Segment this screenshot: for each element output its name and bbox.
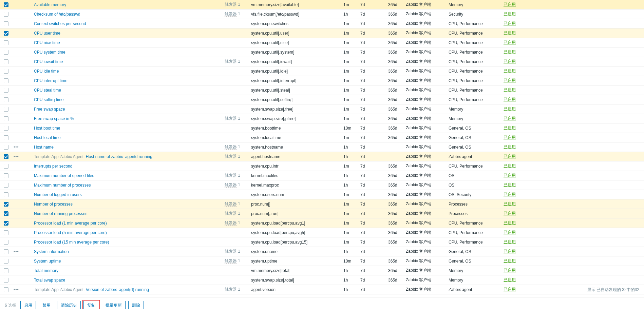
status-link[interactable]: 已启用 bbox=[504, 88, 516, 92]
item-name-link[interactable]: Free swap space in % bbox=[34, 116, 74, 121]
triggers-link[interactable]: 触发器 bbox=[225, 258, 237, 264]
item-name-link[interactable]: Maximum number of processes bbox=[34, 183, 91, 188]
row-checkbox[interactable] bbox=[4, 183, 8, 188]
status-link[interactable]: 已启用 bbox=[504, 287, 516, 292]
status-link[interactable]: 已启用 bbox=[504, 97, 516, 102]
row-checkbox[interactable] bbox=[4, 126, 8, 131]
status-link[interactable]: 已启用 bbox=[504, 59, 516, 64]
copy-button[interactable]: 复制 bbox=[83, 301, 99, 309]
status-link[interactable]: 已启用 bbox=[504, 50, 516, 54]
status-link[interactable]: 已启用 bbox=[504, 12, 516, 16]
item-name-link[interactable]: CPU system time bbox=[34, 50, 65, 55]
item-name-link[interactable]: Processor load (5 min average per core) bbox=[34, 230, 107, 235]
status-link[interactable]: 已启用 bbox=[504, 40, 516, 45]
row-checkbox[interactable] bbox=[4, 40, 8, 45]
disable-button[interactable]: 禁用 bbox=[39, 301, 54, 309]
item-name-link[interactable]: System uptime bbox=[34, 259, 61, 264]
wizard-icon[interactable]: ••• bbox=[14, 145, 19, 150]
row-checkbox[interactable] bbox=[4, 202, 8, 207]
enable-button[interactable]: 启用 bbox=[20, 301, 36, 309]
row-checkbox[interactable] bbox=[4, 173, 8, 178]
item-name-link[interactable]: Version of zabbix_agent(d) running bbox=[86, 287, 149, 292]
clear-history-button[interactable]: 清除历史 bbox=[57, 301, 81, 309]
row-checkbox[interactable] bbox=[4, 78, 8, 83]
item-name-link[interactable]: CPU iowait time bbox=[34, 59, 63, 64]
status-link[interactable]: 已启用 bbox=[504, 211, 516, 216]
row-checkbox[interactable] bbox=[4, 88, 8, 93]
triggers-link[interactable]: 触发器 bbox=[225, 249, 237, 254]
row-checkbox[interactable] bbox=[4, 97, 8, 102]
status-link[interactable]: 已启用 bbox=[504, 69, 516, 73]
row-checkbox[interactable] bbox=[4, 192, 8, 197]
triggers-link[interactable]: 触发器 bbox=[225, 12, 237, 17]
row-checkbox[interactable] bbox=[4, 12, 8, 17]
status-link[interactable]: 已启用 bbox=[504, 154, 516, 159]
item-name-link[interactable]: Free swap space bbox=[34, 107, 65, 112]
triggers-link[interactable]: 触发器 bbox=[225, 211, 237, 216]
row-checkbox[interactable] bbox=[4, 240, 8, 245]
row-checkbox[interactable] bbox=[4, 278, 8, 283]
item-name-link[interactable]: Host name of zabbix_agentd running bbox=[86, 154, 152, 159]
row-checkbox[interactable] bbox=[4, 259, 8, 264]
row-checkbox[interactable] bbox=[4, 2, 8, 7]
status-link[interactable]: 已启用 bbox=[504, 258, 516, 263]
row-checkbox[interactable] bbox=[4, 145, 8, 150]
item-name-link[interactable]: Number of running processes bbox=[34, 211, 87, 216]
row-checkbox[interactable] bbox=[4, 107, 8, 112]
triggers-link[interactable]: 触发器 bbox=[225, 287, 237, 292]
item-name-link[interactable]: System information bbox=[34, 249, 69, 254]
row-checkbox[interactable] bbox=[4, 50, 8, 55]
status-link[interactable]: 已启用 bbox=[504, 249, 516, 254]
triggers-link[interactable]: 触发器 bbox=[225, 154, 237, 159]
item-name-link[interactable]: CPU softirq time bbox=[34, 97, 63, 102]
status-link[interactable]: 已启用 bbox=[504, 268, 516, 273]
status-link[interactable]: 已启用 bbox=[504, 163, 516, 168]
item-name-link[interactable]: Processor load (15 min average per core) bbox=[34, 240, 109, 245]
item-name-link[interactable]: CPU interrupt time bbox=[34, 78, 68, 83]
row-checkbox[interactable] bbox=[4, 164, 8, 169]
wizard-icon[interactable]: ••• bbox=[14, 249, 19, 254]
status-link[interactable]: 已启用 bbox=[504, 21, 516, 26]
triggers-link[interactable]: 触发器 bbox=[225, 220, 237, 226]
item-name-link[interactable]: Interrupts per second bbox=[34, 164, 72, 169]
item-name-link[interactable]: Context switches per second bbox=[34, 21, 86, 26]
status-link[interactable]: 已启用 bbox=[504, 125, 516, 130]
item-name-link[interactable]: CPU nice time bbox=[34, 40, 60, 45]
row-checkbox[interactable] bbox=[4, 31, 8, 36]
row-checkbox[interactable] bbox=[4, 221, 8, 226]
status-link[interactable]: 已启用 bbox=[504, 173, 516, 178]
status-link[interactable]: 已启用 bbox=[504, 107, 516, 111]
delete-button[interactable]: 删除 bbox=[128, 301, 144, 309]
status-link[interactable]: 已启用 bbox=[504, 31, 516, 35]
status-link[interactable]: 已启用 bbox=[504, 78, 516, 83]
item-name-link[interactable]: Checksum of /etc/passwd bbox=[34, 12, 80, 17]
item-name-link[interactable]: Number of logged in users bbox=[34, 192, 82, 197]
row-checkbox[interactable] bbox=[4, 230, 8, 235]
item-name-link[interactable]: Host name bbox=[34, 145, 54, 150]
status-link[interactable]: 已启用 bbox=[504, 201, 516, 206]
item-name-link[interactable]: Total memory bbox=[34, 268, 58, 273]
triggers-link[interactable]: 触发器 bbox=[225, 182, 237, 188]
row-checkbox[interactable] bbox=[4, 268, 8, 273]
status-link[interactable]: 已启用 bbox=[504, 116, 516, 121]
row-checkbox[interactable] bbox=[4, 249, 8, 254]
item-name-link[interactable]: Processor load (1 min average per core) bbox=[34, 221, 107, 226]
mass-update-button[interactable]: 批量更新 bbox=[102, 301, 126, 309]
row-checkbox[interactable] bbox=[4, 69, 8, 74]
status-link[interactable]: 已启用 bbox=[504, 144, 516, 149]
triggers-link[interactable]: 触发器 bbox=[225, 2, 237, 7]
status-link[interactable]: 已启用 bbox=[504, 2, 516, 7]
item-name-link[interactable]: Available memory bbox=[34, 2, 66, 7]
triggers-link[interactable]: 触发器 bbox=[225, 173, 237, 178]
status-link[interactable]: 已启用 bbox=[504, 220, 516, 225]
item-name-link[interactable]: CPU idle time bbox=[34, 69, 59, 74]
triggers-link[interactable]: 触发器 bbox=[225, 144, 237, 150]
status-link[interactable]: 已启用 bbox=[504, 192, 516, 197]
item-name-link[interactable]: Host boot time bbox=[34, 126, 60, 131]
status-link[interactable]: 已启用 bbox=[504, 135, 516, 140]
item-name-link[interactable]: Total swap space bbox=[34, 278, 65, 283]
item-name-link[interactable]: Host local time bbox=[34, 135, 61, 140]
status-link[interactable]: 已启用 bbox=[504, 182, 516, 187]
wizard-icon[interactable]: ••• bbox=[14, 154, 19, 159]
item-name-link[interactable]: Maximum number of opened files bbox=[34, 173, 94, 178]
